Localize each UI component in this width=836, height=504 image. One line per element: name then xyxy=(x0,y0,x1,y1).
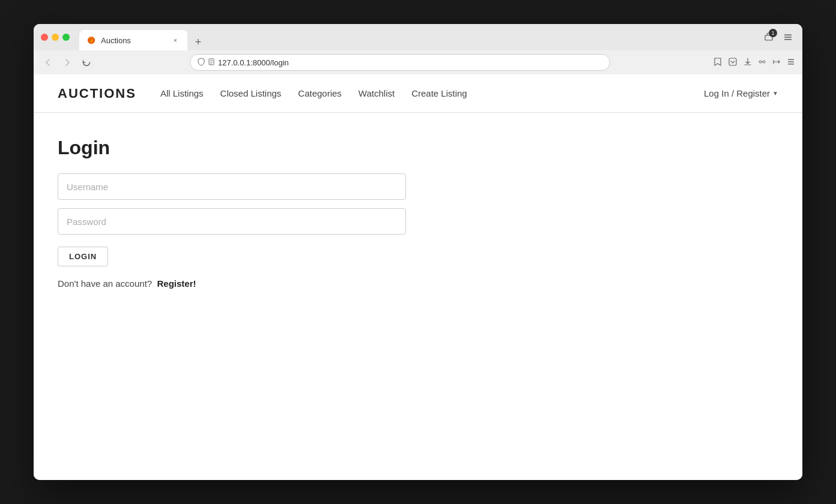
download-button[interactable] xyxy=(744,57,752,68)
notification-count: 1 xyxy=(769,29,777,37)
close-window-button[interactable] xyxy=(41,34,48,41)
tab-favicon xyxy=(86,35,96,45)
menu-button[interactable] xyxy=(787,58,795,68)
url-actions xyxy=(713,57,795,68)
page-content: AUCTIONS All Listings Closed Listings Ca… xyxy=(34,74,802,480)
register-link[interactable]: Register! xyxy=(157,278,196,289)
browser-toolbar-right: 1 xyxy=(762,30,795,44)
active-tab[interactable]: Auctions × xyxy=(79,30,187,50)
login-container: Login LOGIN Don't have an account? Regis… xyxy=(34,113,514,313)
share-button[interactable] xyxy=(772,58,781,68)
security-icon xyxy=(198,58,205,67)
tab-title: Auctions xyxy=(101,36,166,45)
tabs-bar: Auctions × + xyxy=(79,24,757,50)
nav-links: All Listings Closed Listings Categories … xyxy=(160,88,704,98)
svg-point-12 xyxy=(763,61,765,63)
login-register-button[interactable]: Log In / Register ▼ xyxy=(704,88,778,98)
browser-window: Auctions × + 1 xyxy=(34,24,802,480)
nav-right: Log In / Register ▼ xyxy=(704,88,778,98)
nav-categories[interactable]: Categories xyxy=(298,88,342,98)
url-bar: 127.0.0.1:8000/login xyxy=(34,50,802,74)
password-input[interactable] xyxy=(58,208,406,235)
notifications-button[interactable]: 1 xyxy=(762,30,776,44)
username-input[interactable] xyxy=(58,173,406,200)
app-brand[interactable]: AUCTIONS xyxy=(58,86,136,101)
register-prompt: Don't have an account? Register! xyxy=(58,278,490,289)
copy-link-button[interactable] xyxy=(758,58,766,68)
title-bar: Auctions × + 1 xyxy=(34,24,802,50)
svg-rect-4 xyxy=(784,39,792,40)
maximize-window-button[interactable] xyxy=(62,34,70,41)
svg-rect-15 xyxy=(788,61,794,62)
svg-rect-9 xyxy=(729,58,736,65)
traffic-lights xyxy=(41,34,70,41)
new-tab-button[interactable]: + xyxy=(190,34,207,50)
reload-button[interactable] xyxy=(79,55,94,70)
app-navbar: AUCTIONS All Listings Closed Listings Ca… xyxy=(34,74,802,113)
page-icon xyxy=(208,58,214,67)
minimize-window-button[interactable] xyxy=(52,34,59,41)
login-button[interactable]: LOGIN xyxy=(58,247,108,266)
nav-create-listing[interactable]: Create Listing xyxy=(411,88,467,98)
url-input-wrapper[interactable]: 127.0.0.1:8000/login xyxy=(190,54,610,71)
back-button[interactable] xyxy=(41,55,55,70)
nav-all-listings[interactable]: All Listings xyxy=(160,88,204,98)
svg-rect-5 xyxy=(209,59,214,65)
url-text: 127.0.0.1:8000/login xyxy=(218,58,602,67)
bookmark-button[interactable] xyxy=(713,57,722,68)
nav-watchlist[interactable]: Watchlist xyxy=(359,88,395,98)
forward-button[interactable] xyxy=(60,55,74,70)
nav-closed-listings[interactable]: Closed Listings xyxy=(220,88,282,98)
svg-rect-14 xyxy=(788,59,794,60)
login-title: Login xyxy=(58,137,490,159)
dropdown-arrow-icon: ▼ xyxy=(772,90,778,97)
tab-close-button[interactable]: × xyxy=(171,35,180,45)
svg-rect-2 xyxy=(784,35,792,36)
svg-rect-16 xyxy=(788,64,794,65)
pocket-button[interactable] xyxy=(728,57,738,68)
hamburger-menu-button[interactable] xyxy=(781,30,795,44)
svg-rect-3 xyxy=(784,37,792,38)
svg-point-11 xyxy=(759,61,762,63)
